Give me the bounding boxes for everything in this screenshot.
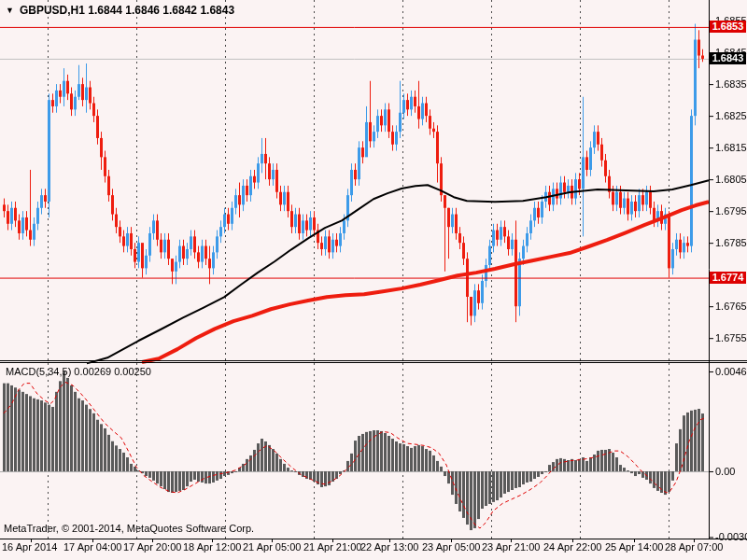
time-axis-label: 24 Apr 22:00 (543, 541, 601, 553)
price-chart-canvas[interactable] (0, 0, 747, 560)
macd-axis-tick-label: 0.00465 (715, 366, 747, 377)
macd-name: MACD(5,34,5) (6, 366, 71, 377)
time-axis-label: 21 Apr 21:00 (303, 541, 361, 553)
chart-title-bar: ▼ GBPUSD,H1 1.6844 1.6846 1.6842 1.6843 (6, 4, 234, 17)
time-axis-label: 18 Apr 12:00 (183, 541, 241, 553)
macd-signal-value: 0.00250 (114, 366, 151, 377)
price-axis-tick-label: 1.6835 (715, 78, 747, 90)
time-axis-label: 23 Apr 21:00 (482, 541, 540, 553)
time-axis-label: 22 Apr 13:00 (360, 541, 418, 553)
price-level-badge: 1.6853 (710, 21, 746, 33)
symbol-ohlc-title: GBPUSD,H1 1.6844 1.6846 1.6842 1.6843 (20, 4, 234, 17)
macd-axis-tick-label: 0.00 (715, 466, 735, 477)
time-axis-label: 21 Apr 05:00 (243, 541, 301, 553)
price-axis-tick-label: 1.6825 (715, 110, 747, 121)
current-price-badge: 1.6843 (710, 52, 746, 64)
time-axis-label: 17 Apr 20:00 (123, 541, 181, 553)
time-axis-label: 23 Apr 05:00 (422, 541, 480, 553)
price-axis-tick-label: 1.6805 (715, 174, 747, 185)
time-axis-label: 28 Apr 07:00 (665, 541, 723, 553)
copyright-text: MetaTrader, © 2001-2014, MetaQuotes Soft… (4, 523, 254, 534)
price-axis-tick-label: 1.6815 (715, 142, 747, 153)
macd-indicator-label: MACD(5,34,5) 0.00269 0.00250 (6, 366, 151, 377)
time-axis-label: 17 Apr 04:00 (63, 541, 121, 553)
price-axis-tick-label: 1.6795 (715, 205, 747, 217)
time-axis-label: 25 Apr 14:00 (605, 541, 663, 553)
time-axis-label: 16 Apr 2014 (2, 541, 57, 553)
price-axis-tick-label: 1.6755 (715, 332, 747, 343)
price-axis-tick-label: 1.6785 (715, 237, 747, 248)
price-axis-tick-label: 1.6765 (715, 301, 747, 312)
macd-value: 0.00269 (74, 366, 111, 377)
price-level-badge: 1.6774 (710, 272, 746, 284)
chart-menu-arrow-icon[interactable]: ▼ (6, 6, 14, 15)
